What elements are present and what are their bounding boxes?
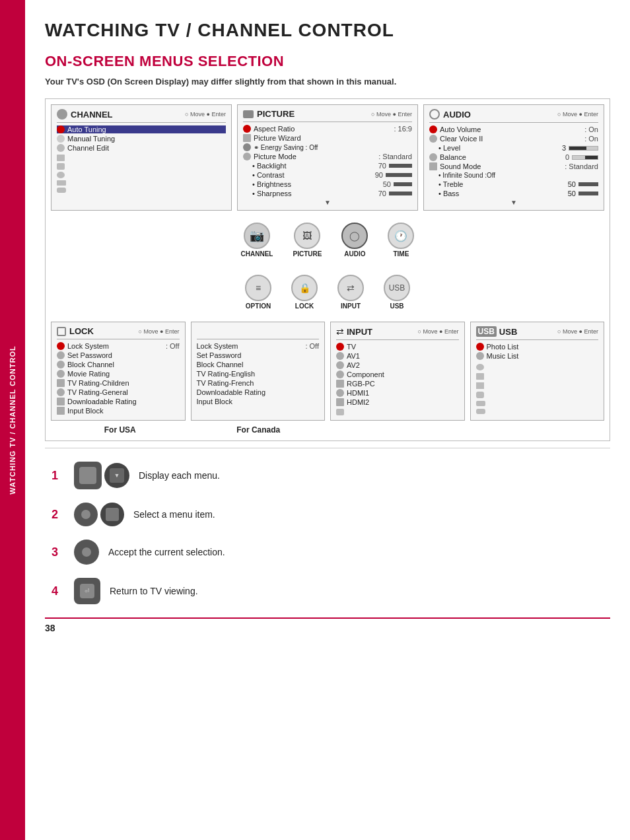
lock-canada-item-4[interactable]: TV Rating-English bbox=[197, 370, 320, 378]
usb-item-photolist[interactable]: Photo List bbox=[476, 343, 599, 351]
for-labels-row: For USA For Canada bbox=[51, 423, 604, 435]
for-canada-label: For Canada bbox=[192, 423, 326, 435]
usb-extra-icons bbox=[476, 364, 599, 414]
picture-title: PICTURE bbox=[257, 109, 295, 119]
lock-usa-nav: ○ Move ● Enter bbox=[139, 328, 180, 335]
picture-item-aspectratio[interactable]: Aspect Ratio : 16:9 bbox=[243, 125, 412, 133]
input-item-tv[interactable]: TV bbox=[336, 343, 459, 351]
lock-usa-item-6[interactable]: TV Rating-General bbox=[57, 388, 180, 396]
audio-item-autovolume[interactable]: Auto Volume : On bbox=[429, 125, 598, 133]
nav-lock[interactable]: 🔒 LOCK bbox=[291, 275, 318, 310]
nav-option[interactable]: ≡ OPTION bbox=[245, 275, 271, 310]
audio-item-icon-4 bbox=[429, 153, 437, 161]
nav-time[interactable]: 🕐 TIME bbox=[388, 223, 414, 258]
nav-input[interactable]: ⇄ INPUT bbox=[337, 275, 364, 310]
audio-item-icon-1 bbox=[429, 125, 437, 133]
usb-title: USB bbox=[499, 327, 517, 337]
channel-title: CHANNEL bbox=[71, 110, 113, 120]
step-1-icons: ▼ bbox=[74, 462, 129, 489]
instruction-4: 4 ⏎ Return to TV viewing. bbox=[52, 578, 610, 604]
step-2-nav-icon bbox=[100, 503, 124, 526]
channel-item-channeledit[interactable]: Channel Edit bbox=[57, 144, 226, 152]
input-icon-2 bbox=[336, 352, 344, 360]
audio-menu-box: AUDIO ○ Move ● Enter Auto Volume : On Cl… bbox=[423, 104, 604, 211]
page-title: WATCHING TV / CHANNEL CONTROL bbox=[45, 20, 610, 41]
usb-item-musiclist[interactable]: Music List bbox=[476, 352, 599, 360]
input-icon-1 bbox=[336, 343, 344, 351]
balance-bar bbox=[572, 155, 598, 160]
input-menu-header: ⇄ INPUT ○ Move ● Enter bbox=[336, 326, 459, 340]
lock-usa-item-1[interactable]: Lock System : Off bbox=[57, 342, 180, 350]
lock-usa-item-7[interactable]: Downloadable Rating bbox=[57, 398, 180, 405]
input-item-component[interactable]: Component bbox=[336, 370, 459, 378]
usb-icon: USB bbox=[476, 326, 497, 337]
nav-time-circle[interactable]: 🕐 bbox=[388, 223, 414, 249]
lock-canada-item-7[interactable]: Input Block bbox=[197, 398, 320, 405]
lock-usa-item-2[interactable]: Set Password bbox=[57, 351, 180, 359]
picture-icon bbox=[243, 110, 254, 118]
nav-input-circle[interactable]: ⇄ bbox=[337, 275, 364, 301]
lock-canada-item-2[interactable]: Set Password bbox=[197, 351, 320, 359]
step-4-exit-icon: ⏎ bbox=[74, 578, 100, 604]
nav-audio[interactable]: ◯ AUDIO bbox=[341, 223, 368, 258]
usb-menu-header: USB USB ○ Move ● Enter bbox=[476, 326, 599, 340]
audio-item-balance[interactable]: Balance 0 bbox=[429, 153, 598, 161]
lock-usa-icon-8 bbox=[57, 407, 65, 415]
footer: 38 bbox=[45, 617, 610, 633]
channel-item-manualtuning[interactable]: Manual Tuning bbox=[57, 135, 226, 143]
lock-usa-title: LOCK bbox=[69, 326, 94, 336]
input-icon: ⇄ bbox=[336, 326, 344, 337]
audio-item-infinite: • Infinite Sound :Off bbox=[429, 172, 598, 179]
main-content: WATCHING TV / CHANNEL CONTROL ON-SCREEN … bbox=[25, 0, 630, 653]
lock-usa-item-8[interactable]: Input Block bbox=[57, 407, 180, 415]
lock-canada-item-3[interactable]: Block Channel bbox=[197, 361, 320, 368]
sidebar: WATCHING TV / CHANNEL CONTROL bbox=[0, 0, 25, 840]
step-4-num: 4 bbox=[52, 584, 65, 598]
step-2-ok-icon bbox=[74, 503, 98, 526]
input-item-hdmi2[interactable]: HDMI2 bbox=[336, 398, 459, 406]
input-icon-4 bbox=[336, 370, 344, 378]
picture-item-icon-3 bbox=[243, 143, 251, 151]
picture-item-backlight: • Backlight 70 bbox=[243, 162, 412, 170]
picture-item-mode[interactable]: Picture Mode : Standard bbox=[243, 153, 412, 160]
lock-usa-item-4[interactable]: Movie Rating bbox=[57, 370, 180, 378]
lock-canada-item-1[interactable]: Lock System : Off bbox=[197, 342, 320, 350]
nav-audio-circle[interactable]: ◯ bbox=[341, 223, 368, 249]
nav-channel[interactable]: 📷 CHANNEL bbox=[241, 223, 273, 258]
input-item-av2[interactable]: AV2 bbox=[336, 361, 459, 369]
lock-canada-item-5[interactable]: TV Rating-French bbox=[197, 379, 320, 387]
usb-item-icon-1 bbox=[476, 343, 484, 351]
lock-usa-icon-6 bbox=[57, 388, 65, 396]
nav-lock-label: LOCK bbox=[295, 302, 314, 310]
picture-item-energy[interactable]: ⚭ Energy Saving : Off bbox=[243, 143, 412, 151]
lock-usa-item-5[interactable]: TV Rating-Children bbox=[57, 379, 180, 387]
nav-channel-circle[interactable]: 📷 bbox=[244, 223, 270, 249]
input-item-rgbpc[interactable]: RGB-PC bbox=[336, 380, 459, 388]
lock-usa-item-3[interactable]: Block Channel bbox=[57, 361, 180, 368]
step-3-num: 3 bbox=[52, 545, 65, 559]
nav-usb[interactable]: USB USB bbox=[384, 275, 410, 310]
audio-item-icon-5 bbox=[429, 162, 437, 170]
input-item-hdmi1[interactable]: HDMI1 bbox=[336, 389, 459, 397]
audio-item-treble: • Treble 50 bbox=[429, 180, 598, 188]
nav-option-circle[interactable]: ≡ bbox=[245, 275, 271, 301]
input-item-av1[interactable]: AV1 bbox=[336, 352, 459, 360]
channel-menu-header: CHANNEL ○ Move ● Enter bbox=[57, 109, 226, 123]
nav-picture[interactable]: 🖼 PICTURE bbox=[293, 223, 322, 258]
channel-item-autotuning[interactable]: Auto Tuning bbox=[57, 125, 226, 133]
nav-usb-circle[interactable]: USB bbox=[384, 275, 410, 301]
channel-item-icon-2 bbox=[57, 135, 65, 143]
lock-usa-icon-4 bbox=[57, 370, 65, 378]
nav-picture-circle[interactable]: 🖼 bbox=[294, 223, 320, 249]
page-number: 38 bbox=[45, 623, 55, 633]
audio-item-soundmode[interactable]: Sound Mode : Standard bbox=[429, 162, 598, 170]
nav-lock-circle[interactable]: 🔒 bbox=[291, 275, 318, 301]
lock-usa-icon-2 bbox=[57, 351, 65, 359]
lock-usa-icon-3 bbox=[57, 361, 65, 368]
picture-item-wizard[interactable]: Picture Wizard bbox=[243, 134, 412, 142]
audio-item-bass: • Bass 50 bbox=[429, 190, 598, 197]
audio-item-clearvoice[interactable]: Clear Voice II : On bbox=[429, 135, 598, 143]
lock-canada-item-6[interactable]: Downloadable Rating bbox=[197, 388, 320, 396]
picture-menu-box: PICTURE ○ Move ● Enter Aspect Ratio : 16… bbox=[237, 104, 418, 211]
step-2-num: 2 bbox=[52, 508, 65, 522]
